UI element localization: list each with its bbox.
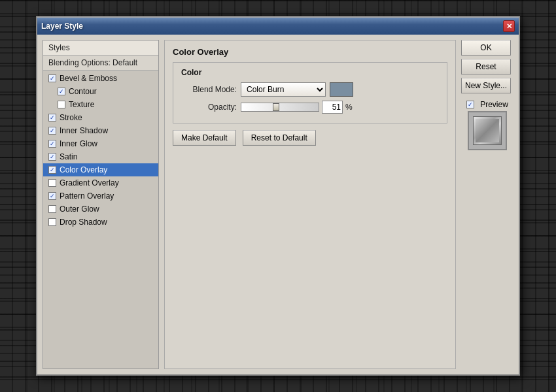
layer-item-label-contour: Contour bbox=[69, 87, 97, 96]
layer-list: Bevel & EmbossContourTextureStrokeInner … bbox=[43, 71, 158, 368]
preview-section: Preview bbox=[461, 100, 513, 150]
preview-label: Preview bbox=[480, 100, 508, 109]
subsection-title: Color bbox=[181, 68, 439, 77]
layer-item-color-overlay[interactable]: Color Overlay bbox=[43, 163, 158, 176]
layer-item-label-color-overlay: Color Overlay bbox=[60, 165, 107, 174]
opacity-slider-container: % bbox=[241, 101, 353, 114]
layer-item-label-drop-shadow: Drop Shadow bbox=[60, 218, 107, 227]
close-button[interactable]: ✕ bbox=[503, 20, 515, 32]
opacity-label: Opacity: bbox=[181, 103, 237, 112]
checkbox-pattern-overlay[interactable] bbox=[48, 192, 56, 200]
blending-options[interactable]: Blending Options: Default bbox=[43, 56, 158, 71]
preview-thumbnail bbox=[468, 111, 507, 150]
dialog-body: Styles Blending Options: Default Bevel &… bbox=[37, 35, 519, 374]
layer-item-texture[interactable]: Texture bbox=[43, 98, 158, 111]
layer-item-label-inner-glow: Inner Glow bbox=[60, 139, 97, 148]
layer-item-label-gradient-overlay: Gradient Overlay bbox=[60, 178, 119, 188]
color-swatch[interactable] bbox=[330, 82, 353, 97]
layer-item-bevel-emboss[interactable]: Bevel & Emboss bbox=[43, 72, 158, 85]
section-title: Color Overlay bbox=[173, 47, 447, 57]
main-panel: Color Overlay Color Blend Mode: NormalDi… bbox=[164, 40, 456, 369]
layer-item-label-inner-shadow: Inner Shadow bbox=[60, 126, 108, 135]
layer-item-label-bevel-emboss: Bevel & Emboss bbox=[60, 74, 117, 83]
checkbox-outer-glow[interactable] bbox=[48, 205, 56, 213]
opacity-slider-thumb[interactable] bbox=[273, 103, 279, 111]
layer-item-outer-glow[interactable]: Outer Glow bbox=[43, 203, 158, 216]
button-row: Make Default Reset to Default bbox=[173, 130, 447, 146]
layer-item-satin[interactable]: Satin bbox=[43, 150, 158, 163]
layer-item-label-pattern-overlay: Pattern Overlay bbox=[60, 191, 114, 201]
checkbox-bevel-emboss[interactable] bbox=[48, 74, 56, 82]
checkbox-stroke[interactable] bbox=[48, 114, 56, 122]
layer-item-inner-glow[interactable]: Inner Glow bbox=[43, 137, 158, 150]
content-area: Color Overlay Color Blend Mode: NormalDi… bbox=[164, 40, 456, 369]
layer-item-contour[interactable]: Contour bbox=[43, 85, 158, 98]
dialog-title: Layer Style bbox=[41, 22, 83, 31]
right-panel: OK Reset New Style... Preview bbox=[461, 40, 513, 369]
checkbox-color-overlay[interactable] bbox=[48, 166, 56, 174]
checkbox-contour[interactable] bbox=[58, 88, 65, 95]
left-panel: Styles Blending Options: Default Bevel &… bbox=[43, 40, 159, 369]
opacity-input[interactable] bbox=[322, 101, 343, 114]
layer-item-label-outer-glow: Outer Glow bbox=[60, 204, 99, 214]
make-default-button[interactable]: Make Default bbox=[173, 130, 236, 146]
ok-button[interactable]: OK bbox=[461, 40, 511, 56]
checkbox-inner-shadow[interactable] bbox=[48, 127, 56, 135]
checkbox-satin[interactable] bbox=[48, 153, 56, 161]
opacity-slider-track[interactable] bbox=[241, 103, 319, 112]
checkbox-inner-glow[interactable] bbox=[48, 140, 56, 148]
title-bar: Layer Style ✕ bbox=[37, 18, 519, 35]
blend-mode-label: Blend Mode: bbox=[181, 85, 237, 94]
reset-to-default-button[interactable]: Reset to Default bbox=[243, 130, 316, 146]
layer-item-label-texture: Texture bbox=[69, 100, 94, 109]
layer-item-label-stroke: Stroke bbox=[60, 113, 82, 122]
layer-item-stroke[interactable]: Stroke bbox=[43, 111, 158, 124]
opacity-row: Opacity: % bbox=[181, 101, 439, 114]
new-style-button[interactable]: New Style... bbox=[461, 78, 511, 93]
preview-shape bbox=[473, 116, 502, 145]
color-subsection: Color Blend Mode: NormalDissolveDarkenMu… bbox=[173, 62, 447, 123]
preview-checkbox[interactable] bbox=[466, 101, 474, 108]
layer-style-dialog: Layer Style ✕ Styles Blending Options: D… bbox=[36, 16, 520, 376]
layer-item-pattern-overlay[interactable]: Pattern Overlay bbox=[43, 189, 158, 203]
blend-mode-select[interactable]: NormalDissolveDarkenMultiplyColor BurnLi… bbox=[241, 82, 326, 97]
layer-item-gradient-overlay[interactable]: Gradient Overlay bbox=[43, 176, 158, 189]
checkbox-gradient-overlay[interactable] bbox=[48, 179, 56, 187]
styles-header[interactable]: Styles bbox=[43, 41, 158, 56]
blend-mode-row: Blend Mode: NormalDissolveDarkenMultiply… bbox=[181, 82, 439, 97]
preview-checkbox-row: Preview bbox=[466, 100, 508, 109]
checkbox-texture[interactable] bbox=[58, 101, 65, 108]
checkbox-drop-shadow[interactable] bbox=[48, 218, 56, 226]
layer-item-drop-shadow[interactable]: Drop Shadow bbox=[43, 216, 158, 229]
layer-item-inner-shadow[interactable]: Inner Shadow bbox=[43, 124, 158, 137]
reset-button[interactable]: Reset bbox=[461, 59, 511, 74]
layer-item-label-satin: Satin bbox=[60, 152, 77, 161]
percent-label: % bbox=[345, 103, 353, 112]
